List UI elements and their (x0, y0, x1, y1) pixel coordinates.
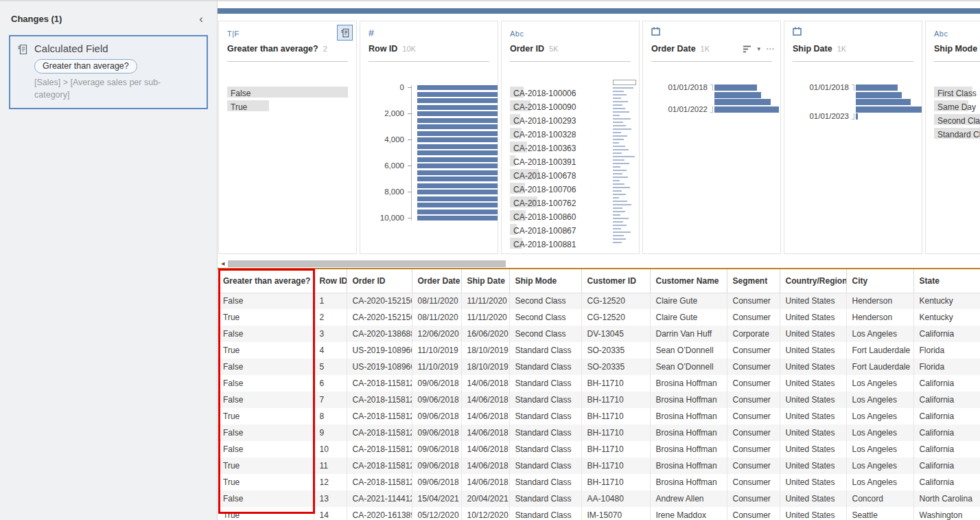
histogram-bar[interactable] (417, 163, 498, 168)
grid-cell[interactable]: 15/04/2021 (412, 490, 461, 507)
grid-cell[interactable]: CA-2018-115812 (347, 425, 412, 441)
grid-cell[interactable]: United States (780, 392, 846, 408)
grid-cell[interactable]: Consumer (727, 408, 780, 425)
grid-cell[interactable]: 05/12/2020 (412, 507, 461, 520)
grid-cell[interactable]: Henderson (846, 309, 913, 326)
grid-cell[interactable]: 12 (314, 474, 347, 490)
grid-header-customer-id[interactable]: Customer ID (581, 269, 650, 293)
grid-header-ship-mode[interactable]: Ship Mode (509, 269, 581, 293)
date-bar[interactable] (856, 84, 898, 91)
calculated-field-button[interactable] (337, 25, 353, 41)
grid-cell[interactable]: United States (780, 342, 846, 359)
date-bar[interactable] (856, 106, 922, 113)
profile-card-greater-than-average[interactable]: T|FGreater than average?2FalseTrue (218, 21, 357, 254)
grid-cell[interactable]: Los Angeles (846, 441, 913, 457)
profile-card-row-id[interactable]: #Row ID10K02,0004,0006,0008,00010,000 (360, 21, 498, 254)
grid-cell[interactable]: 09/06/2018 (412, 408, 461, 425)
histogram-bar[interactable] (417, 177, 498, 181)
grid-cell[interactable]: Standard Class (509, 490, 581, 507)
grid-cell[interactable]: CA-2020-152156 (347, 309, 412, 326)
grid-cell[interactable]: United States (780, 375, 846, 392)
date-histogram[interactable]: 01/01/201801/01/2023 (793, 84, 915, 120)
grid-cell[interactable]: Standard Class (509, 425, 581, 441)
mini-scrollbar-thumb[interactable] (613, 80, 636, 85)
grid-header-greater-than-average[interactable]: Greater than average? (218, 269, 314, 293)
grid-cell[interactable]: Florida (913, 342, 980, 359)
grid-cell[interactable]: 09/06/2018 (412, 441, 461, 457)
grid-header-segment[interactable]: Segment (727, 269, 780, 293)
grid-cell[interactable]: California (913, 474, 980, 490)
grid-cell[interactable]: 14/06/2018 (461, 408, 509, 425)
grid-cell[interactable]: California (913, 392, 980, 408)
grid-cell[interactable]: California (913, 425, 980, 441)
grid-cell[interactable]: Standard Class (509, 507, 581, 520)
grid-cell[interactable]: 16/06/2020 (461, 326, 509, 342)
grid-cell[interactable]: Andrew Allen (650, 490, 727, 507)
grid-cell[interactable]: Standard Class (509, 441, 581, 457)
grid-cell[interactable]: Consumer (727, 293, 780, 309)
grid-cell[interactable]: 11 (314, 457, 347, 474)
date-histogram[interactable]: 01/01/201801/01/2022 (651, 84, 773, 113)
grid-cell[interactable]: BH-11710 (581, 425, 650, 441)
grid-cell[interactable]: United States (780, 441, 846, 457)
grid-cell[interactable]: Consumer (727, 490, 780, 507)
grid-cell[interactable]: SO-20335 (581, 359, 650, 375)
grid-cell[interactable]: Los Angeles (846, 425, 913, 441)
grid-cell[interactable]: Kentucky (913, 309, 980, 326)
grid-cell[interactable]: True (218, 342, 314, 359)
grid-cell[interactable]: 13 (314, 490, 347, 507)
grid-cell[interactable]: BH-11710 (581, 457, 650, 474)
grid-cell[interactable]: 18/10/2019 (461, 342, 509, 359)
grid-cell[interactable]: 10/12/2020 (461, 507, 509, 520)
grid-cell[interactable]: False (218, 359, 314, 375)
grid-cell[interactable]: CA-2018-115812 (347, 375, 412, 392)
grid-cell[interactable]: US-2019-108966 (347, 342, 412, 359)
profile-card-order-date[interactable]: ▾⋯Order Date1K01/01/201801/01/2022 (642, 21, 781, 254)
grid-cell[interactable]: Brosina Hoffman (650, 408, 727, 425)
grid-cell[interactable]: Standard Class (509, 457, 581, 474)
grid-cell[interactable]: Standard Class (509, 342, 581, 359)
grid-cell[interactable]: Second Class (509, 293, 581, 309)
grid-cell[interactable]: Sean O’Donnell (650, 342, 727, 359)
grid-cell[interactable]: Los Angeles (846, 326, 913, 342)
histogram-bar[interactable] (417, 85, 498, 90)
grid-cell[interactable]: 7 (314, 392, 347, 408)
value-row-second-class[interactable]: Second Class (934, 114, 980, 125)
grid-cell[interactable]: 09/06/2018 (412, 457, 461, 474)
grid-cell[interactable]: Consumer (727, 507, 780, 520)
grid-cell[interactable]: False (218, 326, 314, 342)
grid-cell[interactable]: 1 (314, 293, 347, 309)
grid-cell[interactable]: 08/11/2020 (412, 309, 461, 326)
histogram-bar[interactable] (417, 137, 498, 142)
grid-cell[interactable]: United States (780, 490, 846, 507)
grid-cell[interactable]: Los Angeles (846, 375, 913, 392)
grid-cell[interactable]: Claire Gute (650, 293, 727, 309)
grid-cell[interactable]: CA-2018-115812 (347, 392, 412, 408)
histogram-bar[interactable] (417, 196, 498, 201)
grid-cell[interactable]: 08/11/2020 (412, 293, 461, 309)
grid-cell[interactable]: CA-2018-115812 (347, 441, 412, 457)
histogram-bar[interactable] (417, 144, 498, 149)
grid-cell[interactable]: 10 (314, 441, 347, 457)
grid-cell[interactable]: California (913, 441, 980, 457)
grid-cell[interactable]: False (218, 441, 314, 457)
date-bar[interactable] (856, 92, 902, 98)
grid-cell[interactable]: United States (780, 474, 846, 490)
grid-cell[interactable]: BH-11710 (581, 408, 650, 425)
histogram-bar[interactable] (417, 150, 498, 155)
grid-cell[interactable]: Brosina Hoffman (650, 474, 727, 490)
date-bar[interactable] (714, 92, 761, 98)
grid-cell[interactable]: Los Angeles (846, 457, 913, 474)
grid-cell[interactable]: BH-11710 (581, 441, 650, 457)
value-row-same-day[interactable]: Same Day (934, 100, 980, 111)
histogram-bar[interactable] (417, 183, 498, 188)
grid-header-order-id[interactable]: Order ID (347, 269, 412, 293)
grid-cell[interactable]: California (913, 408, 980, 425)
value-row-first-class[interactable]: First Class (934, 87, 980, 98)
grid-cell[interactable]: Consumer (727, 474, 780, 490)
histogram-bar[interactable] (417, 210, 498, 214)
histogram-bar[interactable] (417, 98, 498, 103)
grid-cell[interactable]: North Carolina (913, 490, 980, 507)
grid-cell[interactable]: Consumer (727, 441, 780, 457)
grid-cell[interactable]: Los Angeles (846, 474, 913, 490)
